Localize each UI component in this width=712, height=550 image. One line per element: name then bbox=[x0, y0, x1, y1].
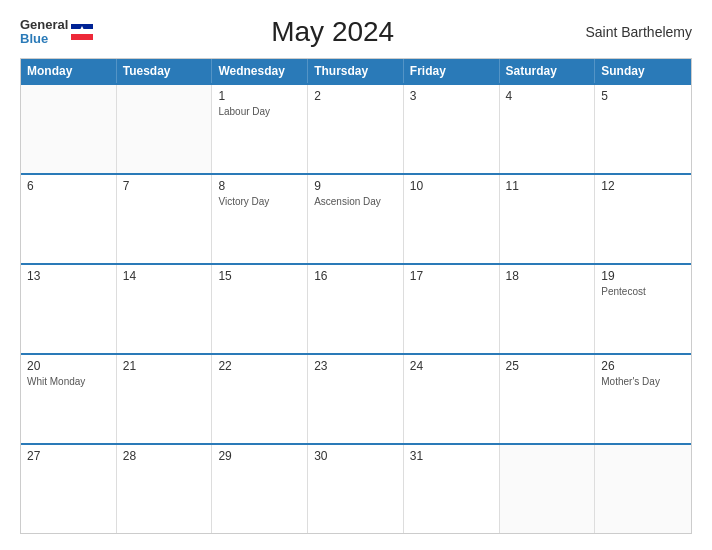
col-header-tuesday: Tuesday bbox=[117, 59, 213, 83]
calendar-row-2: 13141516171819Pentecost bbox=[21, 263, 691, 353]
day-number: 5 bbox=[601, 89, 685, 103]
table-row: 27 bbox=[21, 445, 117, 533]
table-row: 29 bbox=[212, 445, 308, 533]
table-row: 5 bbox=[595, 85, 691, 173]
day-number: 17 bbox=[410, 269, 493, 283]
day-number: 6 bbox=[27, 179, 110, 193]
col-header-saturday: Saturday bbox=[500, 59, 596, 83]
col-header-monday: Monday bbox=[21, 59, 117, 83]
table-row: 9Ascension Day bbox=[308, 175, 404, 263]
table-row: 2 bbox=[308, 85, 404, 173]
day-number: 16 bbox=[314, 269, 397, 283]
table-row: 21 bbox=[117, 355, 213, 443]
day-number: 2 bbox=[314, 89, 397, 103]
region-label: Saint Barthelemy bbox=[572, 24, 692, 40]
table-row: 28 bbox=[117, 445, 213, 533]
day-number: 28 bbox=[123, 449, 206, 463]
table-row: 11 bbox=[500, 175, 596, 263]
day-number: 30 bbox=[314, 449, 397, 463]
table-row: 15 bbox=[212, 265, 308, 353]
day-number: 3 bbox=[410, 89, 493, 103]
calendar-row-1: 678Victory Day9Ascension Day101112 bbox=[21, 173, 691, 263]
table-row: 25 bbox=[500, 355, 596, 443]
table-row: 1Labour Day bbox=[212, 85, 308, 173]
table-row: 19Pentecost bbox=[595, 265, 691, 353]
day-number: 25 bbox=[506, 359, 589, 373]
table-row bbox=[595, 445, 691, 533]
day-number: 31 bbox=[410, 449, 493, 463]
table-row: 23 bbox=[308, 355, 404, 443]
table-row: 22 bbox=[212, 355, 308, 443]
table-row: 12 bbox=[595, 175, 691, 263]
day-number: 12 bbox=[601, 179, 685, 193]
svg-rect-3 bbox=[71, 34, 93, 40]
day-number: 21 bbox=[123, 359, 206, 373]
page-title: May 2024 bbox=[93, 16, 572, 48]
table-row: 24 bbox=[404, 355, 500, 443]
logo-text: GeneralBlue bbox=[20, 18, 68, 47]
header: GeneralBlue May 2024 Saint Barthelemy bbox=[20, 16, 692, 48]
table-row: 14 bbox=[117, 265, 213, 353]
calendar-row-4: 2728293031 bbox=[21, 443, 691, 533]
table-row: 4 bbox=[500, 85, 596, 173]
table-row: 30 bbox=[308, 445, 404, 533]
table-row: 13 bbox=[21, 265, 117, 353]
day-number: 13 bbox=[27, 269, 110, 283]
table-row: 26Mother's Day bbox=[595, 355, 691, 443]
day-number: 29 bbox=[218, 449, 301, 463]
holiday-label: Victory Day bbox=[218, 195, 301, 208]
calendar-row-3: 20Whit Monday212223242526Mother's Day bbox=[21, 353, 691, 443]
holiday-label: Pentecost bbox=[601, 285, 685, 298]
day-number: 18 bbox=[506, 269, 589, 283]
table-row: 18 bbox=[500, 265, 596, 353]
calendar-row-0: 1Labour Day2345 bbox=[21, 83, 691, 173]
holiday-label: Mother's Day bbox=[601, 375, 685, 388]
holiday-label: Ascension Day bbox=[314, 195, 397, 208]
logo: GeneralBlue bbox=[20, 18, 93, 47]
day-number: 15 bbox=[218, 269, 301, 283]
calendar-header: MondayTuesdayWednesdayThursdayFridaySatu… bbox=[21, 59, 691, 83]
day-number: 20 bbox=[27, 359, 110, 373]
table-row: 16 bbox=[308, 265, 404, 353]
day-number: 10 bbox=[410, 179, 493, 193]
table-row: 8Victory Day bbox=[212, 175, 308, 263]
table-row: 31 bbox=[404, 445, 500, 533]
page: GeneralBlue May 2024 Saint Barthelemy Mo… bbox=[0, 0, 712, 550]
table-row: 7 bbox=[117, 175, 213, 263]
day-number: 19 bbox=[601, 269, 685, 283]
day-number: 9 bbox=[314, 179, 397, 193]
day-number: 27 bbox=[27, 449, 110, 463]
holiday-label: Whit Monday bbox=[27, 375, 110, 388]
calendar-body: 1Labour Day2345678Victory Day9Ascension … bbox=[21, 83, 691, 533]
table-row bbox=[21, 85, 117, 173]
day-number: 4 bbox=[506, 89, 589, 103]
day-number: 22 bbox=[218, 359, 301, 373]
day-number: 24 bbox=[410, 359, 493, 373]
table-row: 6 bbox=[21, 175, 117, 263]
table-row bbox=[117, 85, 213, 173]
day-number: 23 bbox=[314, 359, 397, 373]
holiday-label: Labour Day bbox=[218, 105, 301, 118]
day-number: 26 bbox=[601, 359, 685, 373]
table-row: 17 bbox=[404, 265, 500, 353]
table-row: 10 bbox=[404, 175, 500, 263]
col-header-sunday: Sunday bbox=[595, 59, 691, 83]
day-number: 8 bbox=[218, 179, 301, 193]
col-header-wednesday: Wednesday bbox=[212, 59, 308, 83]
table-row: 20Whit Monday bbox=[21, 355, 117, 443]
day-number: 1 bbox=[218, 89, 301, 103]
col-header-friday: Friday bbox=[404, 59, 500, 83]
calendar: MondayTuesdayWednesdayThursdayFridaySatu… bbox=[20, 58, 692, 534]
table-row: 3 bbox=[404, 85, 500, 173]
day-number: 7 bbox=[123, 179, 206, 193]
logo-flag bbox=[71, 24, 93, 40]
col-header-thursday: Thursday bbox=[308, 59, 404, 83]
day-number: 14 bbox=[123, 269, 206, 283]
day-number: 11 bbox=[506, 179, 589, 193]
table-row bbox=[500, 445, 596, 533]
